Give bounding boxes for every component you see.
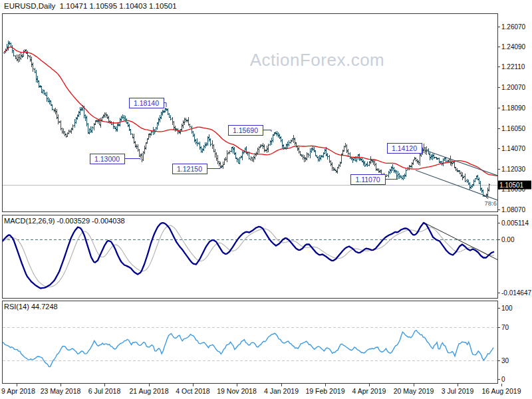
annotation-text: 1.13000 bbox=[94, 155, 120, 163]
annotation-connector bbox=[124, 159, 140, 160]
date-axis-label: 23 May 2018 bbox=[41, 387, 81, 395]
price-axis-label: 1.14070 bbox=[501, 145, 526, 152]
rsi-axis-label: 70 bbox=[501, 324, 509, 331]
date-axis-label: 16 Aug 2019 bbox=[482, 387, 521, 395]
macd-label: MACD(12,26,9) -0.003529 -0.004038 bbox=[4, 217, 125, 225]
macd-main-line bbox=[2, 223, 494, 289]
date-axis-label: 19 Nov 2018 bbox=[217, 387, 257, 395]
channel-upper-trendline[interactable] bbox=[410, 145, 497, 176]
rsi-axis-label: 30 bbox=[501, 357, 509, 364]
macd-axis-label: 0.005114 bbox=[501, 219, 529, 227]
rsi-line bbox=[2, 331, 493, 367]
date-axis: 9 Apr 201823 May 20186 Jul 201821 Aug 20… bbox=[1, 384, 521, 396]
macd-axis-label: -0.014647 bbox=[501, 289, 531, 297]
date-axis-label: 4 Oct 2018 bbox=[176, 387, 210, 395]
annotation-text: 1.18140 bbox=[134, 99, 159, 107]
rsi-axis-label: 0 bbox=[501, 376, 505, 383]
macd-axis-label: 0.00 bbox=[501, 236, 515, 243]
macd-pane bbox=[2, 215, 498, 299]
annotation-connector bbox=[263, 130, 271, 132]
annotation-text: 1.12150 bbox=[177, 165, 202, 173]
macd-signal-line bbox=[2, 225, 494, 287]
date-axis-label: 19 Feb 2019 bbox=[306, 387, 345, 395]
macd-trendline[interactable] bbox=[424, 223, 497, 260]
date-axis-label: 6 Jul 2018 bbox=[88, 387, 121, 395]
current-price-badge-text: 1.10501 bbox=[499, 182, 524, 189]
price-axis-label: 1.22110 bbox=[501, 63, 525, 70]
price-axis-label: 1.18090 bbox=[501, 104, 526, 112]
rsi-axis-label: 100 bbox=[501, 305, 513, 312]
price-pane-border bbox=[3, 14, 498, 212]
chart-window: ActionForex.com 1.130001.181401.121501.1… bbox=[0, 0, 532, 399]
annotation-text: 1.14120 bbox=[392, 144, 417, 152]
right-axis: 1.260701.240901.221101.200701.180901.160… bbox=[497, 23, 531, 383]
date-axis-label: 4 Apr 2019 bbox=[352, 387, 386, 395]
price-axis-label: 1.12030 bbox=[501, 166, 526, 173]
rsi-label: RSI(14) 44.7248 bbox=[4, 303, 58, 311]
date-axis-label: 4 Jan 2019 bbox=[264, 387, 299, 395]
date-axis-label: 20 May 2019 bbox=[394, 387, 434, 395]
date-axis-label: 3 Jul 2019 bbox=[442, 387, 474, 395]
corner-text: 78:6 bbox=[485, 200, 497, 207]
rsi-pane-border bbox=[3, 301, 498, 384]
annotation-connector bbox=[207, 168, 220, 169]
price-axis-label: 1.20070 bbox=[501, 84, 526, 91]
chart-title: EURUSD,Daily 1.10471 1.10595 1.10403 1.1… bbox=[4, 2, 177, 10]
date-axis-label: 9 Apr 2018 bbox=[1, 387, 35, 395]
price-axis-label: 1.08070 bbox=[501, 206, 526, 213]
price-axis-label: 1.26070 bbox=[501, 23, 526, 31]
annotation-text: 1.11070 bbox=[355, 176, 380, 184]
ohlc-bars bbox=[3, 41, 490, 199]
price-pane: 1.130001.181401.121501.156901.110701.141… bbox=[3, 14, 498, 212]
chart-canvas: 1.130001.181401.121501.156901.110701.141… bbox=[0, 0, 532, 399]
date-axis-label: 21 Aug 2018 bbox=[130, 387, 169, 395]
annotation-connector bbox=[385, 179, 398, 180]
rsi-pane bbox=[2, 301, 498, 384]
annotation-text: 1.15690 bbox=[233, 126, 258, 134]
price-axis-label: 1.16050 bbox=[501, 125, 526, 132]
price-axis-label: 1.24090 bbox=[501, 43, 526, 51]
